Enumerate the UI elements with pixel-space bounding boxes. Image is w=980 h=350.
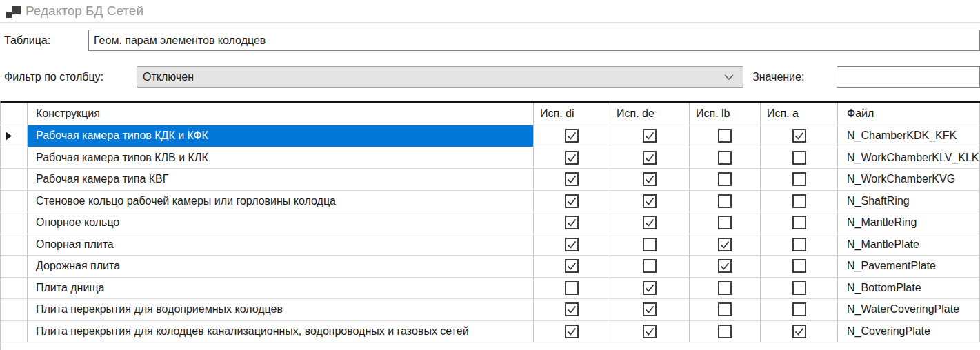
table-row[interactable]: Рабочая камера типов КЛВ и КЛКN_WorkCham…: [1, 147, 980, 169]
checkbox-cell-a[interactable]: [761, 321, 838, 342]
table-row[interactable]: Плита днищаN_BottomPlate: [1, 278, 980, 300]
checkbox-lb-unchecked[interactable]: [718, 325, 732, 338]
checkbox-di-checked[interactable]: [565, 194, 579, 208]
checkbox-cell-a[interactable]: [761, 212, 838, 234]
construction-cell[interactable]: Плита днища: [28, 278, 534, 299]
column-header-lb[interactable]: Исп. lb: [690, 103, 761, 125]
checkbox-de-checked[interactable]: [643, 302, 657, 316]
row-selector-cell[interactable]: [1, 256, 28, 277]
file-cell[interactable]: N_CoveringPlate: [838, 321, 980, 342]
checkbox-cell-lb[interactable]: [690, 321, 761, 342]
checkbox-lb-unchecked[interactable]: [718, 281, 732, 295]
file-cell[interactable]: N_PavementPlate: [838, 256, 980, 277]
checkbox-cell-di[interactable]: [534, 191, 610, 212]
checkbox-cell-di[interactable]: [534, 125, 610, 147]
construction-cell[interactable]: Стеновое кольцо рабочей камеры или горло…: [28, 191, 534, 212]
construction-cell[interactable]: Плита перекрытия для водоприемных колодц…: [28, 299, 534, 320]
checkbox-lb-unchecked[interactable]: [718, 216, 732, 229]
file-cell[interactable]: N_BottomPlate: [838, 278, 980, 299]
checkbox-cell-a[interactable]: [761, 234, 838, 256]
checkbox-de-checked[interactable]: [643, 194, 657, 208]
checkbox-cell-a[interactable]: [761, 191, 838, 212]
checkbox-cell-de[interactable]: [610, 169, 690, 190]
file-cell[interactable]: N_ChamberKDK_KFK: [838, 125, 980, 147]
table-name-input[interactable]: [88, 30, 980, 51]
table-row[interactable]: Плита перекрытия для колодцев канализаци…: [1, 321, 980, 343]
table-row[interactable]: Рабочая камера типов КДК и КФКN_ChamberK…: [1, 125, 980, 147]
checkbox-cell-di[interactable]: [534, 147, 610, 169]
checkbox-lb-checked[interactable]: [718, 259, 732, 273]
checkbox-de-checked[interactable]: [643, 151, 657, 165]
checkbox-cell-lb[interactable]: [690, 191, 761, 212]
row-selector-cell[interactable]: [1, 125, 28, 147]
checkbox-cell-de[interactable]: [610, 234, 690, 256]
checkbox-di-checked[interactable]: [565, 325, 579, 338]
checkbox-de-unchecked[interactable]: [643, 238, 657, 251]
checkbox-di-checked[interactable]: [565, 259, 579, 273]
construction-cell[interactable]: Дорожная плита: [28, 256, 534, 277]
checkbox-cell-di[interactable]: [534, 256, 610, 277]
checkbox-cell-a[interactable]: [761, 147, 838, 169]
checkbox-cell-lb[interactable]: [690, 299, 761, 320]
checkbox-cell-de[interactable]: [610, 191, 690, 212]
row-selector-cell[interactable]: [1, 169, 28, 190]
construction-cell[interactable]: Опорное кольцо: [28, 212, 534, 234]
checkbox-a-unchecked[interactable]: [792, 216, 806, 229]
checkbox-a-checked[interactable]: [792, 129, 806, 143]
checkbox-de-unchecked[interactable]: [643, 259, 657, 273]
filter-column-dropdown[interactable]: Отключен: [137, 66, 743, 88]
checkbox-cell-lb[interactable]: [690, 125, 761, 147]
checkbox-cell-di[interactable]: [534, 169, 610, 190]
table-row[interactable]: Опорное кольцоN_MantleRing: [1, 212, 980, 234]
checkbox-di-unchecked[interactable]: [565, 281, 579, 295]
column-header-a[interactable]: Исп. a: [761, 103, 838, 125]
file-cell[interactable]: N_MantleRing: [838, 212, 980, 234]
checkbox-lb-unchecked[interactable]: [718, 194, 732, 208]
checkbox-cell-de[interactable]: [610, 147, 690, 169]
file-cell[interactable]: N_ShaftRing: [838, 191, 980, 212]
checkbox-a-unchecked[interactable]: [792, 151, 806, 165]
checkbox-cell-di[interactable]: [534, 212, 610, 234]
checkbox-a-unchecked[interactable]: [792, 259, 806, 273]
column-header-di[interactable]: Исп. di: [534, 103, 610, 125]
checkbox-a-unchecked[interactable]: [792, 281, 806, 295]
construction-cell[interactable]: Рабочая камера типов КДК и КФК: [28, 125, 534, 147]
row-selector-header-cell[interactable]: [1, 103, 28, 125]
checkbox-cell-de[interactable]: [610, 299, 690, 320]
checkbox-cell-lb[interactable]: [690, 169, 761, 190]
checkbox-cell-de[interactable]: [610, 321, 690, 342]
checkbox-di-checked[interactable]: [565, 238, 579, 251]
construction-cell[interactable]: Рабочая камера типов КЛВ и КЛК: [28, 147, 534, 169]
checkbox-di-checked[interactable]: [565, 302, 579, 316]
checkbox-cell-a[interactable]: [761, 169, 838, 190]
checkbox-cell-a[interactable]: [761, 299, 838, 320]
row-selector-cell[interactable]: [1, 299, 28, 320]
checkbox-cell-lb[interactable]: [690, 234, 761, 256]
checkbox-a-unchecked[interactable]: [792, 302, 806, 316]
checkbox-cell-lb[interactable]: [690, 147, 761, 169]
checkbox-lb-checked[interactable]: [718, 238, 732, 251]
checkbox-cell-de[interactable]: [610, 212, 690, 234]
checkbox-cell-de[interactable]: [610, 125, 690, 147]
checkbox-lb-unchecked[interactable]: [718, 172, 732, 186]
construction-cell[interactable]: Плита перекрытия для колодцев канализаци…: [28, 321, 534, 342]
table-row[interactable]: Стеновое кольцо рабочей камеры или горло…: [1, 191, 980, 213]
checkbox-de-checked[interactable]: [643, 216, 657, 229]
table-row[interactable]: Опорная плитаN_MantlePlate: [1, 234, 980, 256]
table-row[interactable]: Плита перекрытия для водоприемных колодц…: [1, 299, 980, 321]
filter-value-input[interactable]: [837, 66, 980, 88]
checkbox-cell-de[interactable]: [610, 278, 690, 299]
checkbox-cell-lb[interactable]: [690, 278, 761, 299]
checkbox-lb-unchecked[interactable]: [718, 151, 732, 165]
row-selector-cell[interactable]: [1, 278, 28, 299]
checkbox-a-unchecked[interactable]: [792, 238, 806, 251]
checkbox-de-checked[interactable]: [643, 172, 657, 186]
table-row[interactable]: Рабочая камера типа КВГN_WorkChamberKVG: [1, 169, 980, 191]
checkbox-de-checked[interactable]: [643, 325, 657, 338]
checkbox-de-checked[interactable]: [643, 281, 657, 295]
row-selector-cell[interactable]: [1, 147, 28, 169]
checkbox-di-checked[interactable]: [565, 216, 579, 229]
checkbox-di-checked[interactable]: [565, 172, 579, 186]
column-header-file[interactable]: Файл: [838, 103, 980, 125]
row-selector-cell[interactable]: [1, 212, 28, 234]
